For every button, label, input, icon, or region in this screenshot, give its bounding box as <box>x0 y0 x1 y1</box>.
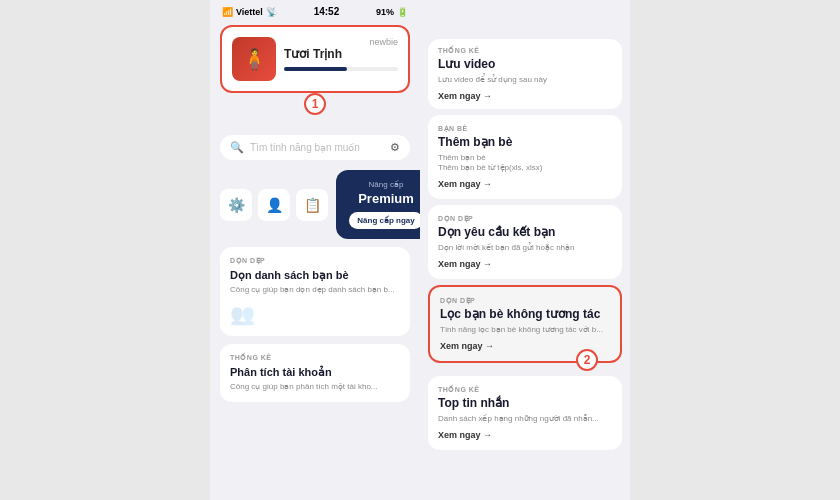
luu-video-link[interactable]: Xem ngay → <box>438 91 612 101</box>
avatar: 🧍 <box>232 37 276 81</box>
luu-video-title: Lưu video <box>438 57 612 73</box>
profile-info: Tươi Trịnh <box>284 47 398 71</box>
status-right: 91% 🔋 <box>376 7 408 17</box>
battery-icon: 🔋 <box>397 7 408 17</box>
badge-1: 1 <box>304 93 326 115</box>
top-tin-nhan-card[interactable]: THỐNG KÊ Top tin nhắn Danh sách xếp hạng… <box>428 376 622 450</box>
upgrade-title: Premium <box>348 191 424 206</box>
carrier-label: Viettel <box>236 7 263 17</box>
icons-group: ⚙️ 👤 📋 <box>220 189 328 221</box>
them-ban-be-tag: BẠN BÈ <box>438 125 612 133</box>
don-yeu-cau-link[interactable]: Xem ngay → <box>438 259 612 269</box>
don-danh-sach-title: Dọn danh sách bạn bè <box>230 268 400 282</box>
upgrade-label: Nâng cấp <box>348 180 424 189</box>
top-tin-nhan-link[interactable]: Xem ngay → <box>438 430 612 440</box>
don-yeu-cau-desc: Dọn lời mời kết bạn đã gửi hoặc nhận <box>438 243 612 253</box>
search-icon: 🔍 <box>230 141 244 154</box>
loc-ban-be-wrapper: DỌN DẸP Lọc bạn bè không tương tác Tính … <box>428 285 622 363</box>
don-danh-sach-icon: 👥 <box>230 302 400 326</box>
them-ban-be-card[interactable]: BẠN BÈ Thêm bạn bè Thêm bạn bè Thêm bạn … <box>428 115 622 199</box>
settings-icon-btn[interactable]: ⚙️ <box>220 189 252 221</box>
user-icon-btn[interactable]: 👤 <box>258 189 290 221</box>
don-yeu-cau-tag: DỌN DẸP <box>438 215 612 223</box>
them-ban-be-desc: Thêm bạn bè từ tệp(xls, xlsx) <box>438 163 612 173</box>
don-yeu-cau-title: Dọn yêu cầu kết bạn <box>438 225 612 241</box>
right-panel: THỐNG KÊ Lưu video Lưu video để sử dụng … <box>420 0 630 500</box>
status-bar: 📶 Viettel 📡 14:52 91% 🔋 <box>210 0 420 21</box>
search-bar[interactable]: 🔍 Tìm tính năng bạn muốn ⚙ <box>220 135 410 160</box>
search-placeholder: Tìm tính năng bạn muốn <box>250 142 384 153</box>
left-panel: 📶 Viettel 📡 14:52 91% 🔋 🧍 Tươi Trịnh new… <box>210 0 420 500</box>
don-danh-sach-tag: DỌN DẸP <box>230 257 400 265</box>
progress-fill <box>284 67 347 71</box>
icon-upgrade-row: ⚙️ 👤 📋 Nâng cấp Premium Nâng cấp ngay <box>210 166 420 243</box>
top-tin-nhan-title: Top tin nhắn <box>438 396 612 412</box>
luu-video-card[interactable]: THỐNG KÊ Lưu video Lưu video để sử dụng … <box>428 39 622 109</box>
phan-tich-card[interactable]: THỐNG KÊ Phân tích tài khoản Công cụ giú… <box>220 344 410 403</box>
don-danh-sach-desc: Công cụ giúp bạn dọn dẹp danh sách bạn b… <box>230 285 400 295</box>
luu-video-desc: Lưu video để sử dụng sau này <box>438 75 612 85</box>
badge-2: 2 <box>576 349 598 371</box>
profile-name: Tươi Trịnh <box>284 47 398 61</box>
don-yeu-cau-card[interactable]: DỌN DẸP Dọn yêu cầu kết bạn Dọn lời mời … <box>428 205 622 279</box>
copy-icon-btn[interactable]: 📋 <box>296 189 328 221</box>
battery-percent: 91% <box>376 7 394 17</box>
luu-video-tag: THỐNG KÊ <box>438 47 612 55</box>
them-ban-be-link[interactable]: Xem ngay → <box>438 179 612 189</box>
avatar-image: 🧍 <box>242 47 267 71</box>
profile-badge: newbie <box>369 37 398 47</box>
them-ban-be-title: Thêm bạn bè <box>438 135 612 151</box>
top-tin-nhan-desc: Danh sách xếp hạng những người đã nhắn..… <box>438 414 612 424</box>
loc-ban-be-title: Lọc bạn bè không tương tác <box>440 307 610 323</box>
them-ban-be-extra: Thêm bạn bè <box>438 153 612 163</box>
signal-icon: 📶 <box>222 7 233 17</box>
time-display: 14:52 <box>314 6 340 17</box>
status-left: 📶 Viettel 📡 <box>222 7 277 17</box>
phan-tich-desc: Công cụ giúp bạn phân tích một tài kho..… <box>230 382 400 392</box>
don-danh-sach-card[interactable]: DỌN DẸP Dọn danh sách bạn bè Công cụ giú… <box>220 247 410 336</box>
loc-ban-be-tag: DỌN DẸP <box>440 297 610 305</box>
wifi-icon: 📡 <box>266 7 277 17</box>
upgrade-button[interactable]: Nâng cấp ngay <box>349 212 422 229</box>
top-tin-nhan-tag: THỐNG KÊ <box>438 386 612 394</box>
loc-ban-be-desc: Tính năng lọc bạn bè không tương tác với… <box>440 325 610 335</box>
phan-tich-tag: THỐNG KÊ <box>230 354 400 362</box>
progress-bar <box>284 67 398 71</box>
phan-tich-title: Phân tích tài khoản <box>230 365 400 379</box>
filter-icon: ⚙ <box>390 141 400 154</box>
profile-card[interactable]: 🧍 Tươi Trịnh newbie <box>220 25 410 93</box>
